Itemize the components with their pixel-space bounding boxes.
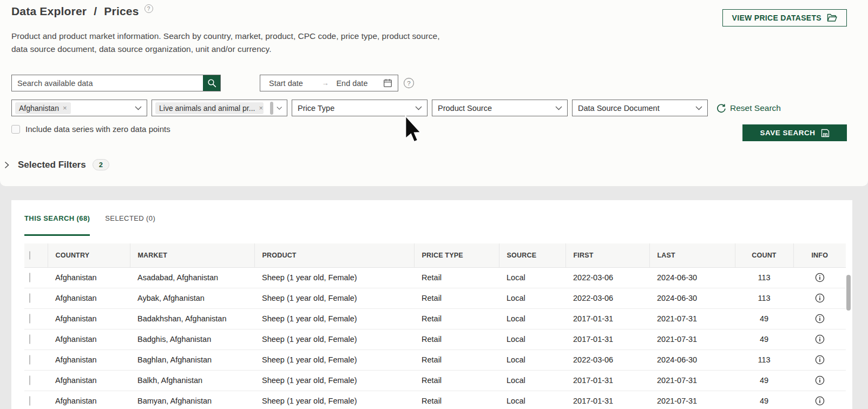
row-info-button[interactable] bbox=[815, 396, 825, 406]
chip-overflow-scrollbar[interactable] bbox=[270, 102, 273, 115]
info-icon bbox=[815, 334, 825, 344]
search-input[interactable] bbox=[12, 75, 203, 91]
reset-search-link[interactable]: Reset Search bbox=[716, 103, 781, 113]
column-header-source[interactable]: SOURCE bbox=[499, 243, 565, 267]
product-filter-select[interactable]: Live animals and animal pr... × bbox=[152, 100, 287, 116]
table-row[interactable]: Afghanistan Badakhshan, Afghanistan Shee… bbox=[24, 308, 846, 329]
info-icon bbox=[815, 375, 825, 385]
cell-market: Balkh, Afghanistan bbox=[130, 370, 254, 391]
data-source-document-select[interactable]: Data Source Document bbox=[572, 100, 708, 116]
title-help-icon[interactable]: ? bbox=[144, 4, 153, 13]
results-tabbar: THIS SEARCH (68) SELECTED (0) bbox=[24, 214, 155, 236]
reset-search-label: Reset Search bbox=[730, 103, 781, 113]
cell-country: Afghanistan bbox=[48, 391, 130, 409]
row-info-button[interactable] bbox=[815, 375, 825, 385]
info-icon bbox=[815, 293, 825, 303]
column-header-price-type[interactable]: PRICE TYPE bbox=[414, 243, 499, 267]
cell-market: Aybak, Afghanistan bbox=[130, 288, 254, 308]
date-range-picker[interactable]: Start date → End date bbox=[260, 75, 398, 91]
country-filter-select[interactable]: Afghanistan × bbox=[11, 100, 147, 116]
row-info-button[interactable] bbox=[815, 314, 825, 324]
cell-product: Sheep (1 year old, Female) bbox=[254, 329, 414, 349]
cell-market: Badakhshan, Afghanistan bbox=[130, 308, 254, 329]
cell-first-date: 2022-03-06 bbox=[565, 349, 649, 370]
column-header-first[interactable]: FIRST bbox=[565, 243, 649, 267]
cell-last-date: 2021-07-31 bbox=[649, 370, 735, 391]
search-icon bbox=[207, 78, 216, 88]
cell-product: Sheep (1 year old, Female) bbox=[254, 267, 414, 288]
selected-filters-row[interactable]: Selected Filters 2 bbox=[4, 159, 109, 170]
view-price-datasets-button[interactable]: VIEW PRICE DATASETS bbox=[722, 9, 847, 27]
chevron-down-icon bbox=[695, 106, 702, 110]
include-zero-checkbox[interactable] bbox=[11, 125, 20, 134]
cell-count: 113 bbox=[735, 288, 793, 308]
column-header-count[interactable]: COUNT bbox=[735, 243, 793, 267]
description-line-2: data source document, data source organi… bbox=[11, 44, 272, 54]
start-date-field[interactable]: Start date bbox=[269, 79, 303, 88]
product-filter-chip: Live animals and animal pr... × bbox=[155, 102, 264, 114]
save-search-button[interactable]: SAVE SEARCH bbox=[742, 124, 847, 141]
cell-count: 49 bbox=[735, 391, 793, 409]
cell-last-date: 2024-06-30 bbox=[649, 267, 735, 288]
table-vertical-scrollbar[interactable] bbox=[846, 275, 851, 311]
product-source-select[interactable]: Product Source bbox=[432, 100, 568, 116]
row-checkbox[interactable] bbox=[29, 273, 30, 282]
cell-product: Sheep (1 year old, Female) bbox=[254, 288, 414, 308]
price-type-select[interactable]: Price Type bbox=[292, 100, 428, 116]
product-chip-remove-icon[interactable]: × bbox=[259, 104, 263, 112]
table-row[interactable]: Afghanistan Balkh, Afghanistan Sheep (1 … bbox=[24, 370, 846, 391]
cell-country: Afghanistan bbox=[48, 349, 130, 370]
table-row[interactable]: Afghanistan Bamyan, Afghanistan Sheep (1… bbox=[24, 391, 846, 409]
chevron-right-icon bbox=[4, 161, 9, 169]
cell-source: Local bbox=[499, 267, 565, 288]
row-checkbox[interactable] bbox=[29, 396, 30, 406]
search-button[interactable] bbox=[203, 75, 220, 91]
price-table: COUNTRY MARKET PRODUCT PRICE TYPE SOURCE… bbox=[24, 243, 846, 409]
description-line-1: Product and product market information. … bbox=[11, 31, 439, 41]
cell-country: Afghanistan bbox=[48, 329, 130, 349]
results-card: THIS SEARCH (68) SELECTED (0) COUNTRY MA… bbox=[11, 200, 852, 409]
country-chip-remove-icon[interactable]: × bbox=[63, 104, 67, 112]
row-info-button[interactable] bbox=[815, 355, 825, 365]
cell-first-date: 2017-01-31 bbox=[565, 329, 649, 349]
row-checkbox[interactable] bbox=[29, 375, 30, 385]
end-date-field[interactable]: End date bbox=[336, 79, 367, 88]
date-help-icon[interactable]: ? bbox=[403, 77, 415, 89]
chevron-down-icon bbox=[135, 106, 142, 110]
row-info-button[interactable] bbox=[815, 334, 825, 344]
column-header-info[interactable]: INFO bbox=[793, 243, 846, 267]
column-header-country[interactable]: COUNTRY bbox=[48, 243, 130, 267]
cell-first-date: 2017-01-31 bbox=[565, 308, 649, 329]
cell-first-date: 2022-03-06 bbox=[565, 288, 649, 308]
price-table-wrap: COUNTRY MARKET PRODUCT PRICE TYPE SOURCE… bbox=[24, 243, 846, 409]
table-row[interactable]: Afghanistan Badghis, Afghanistan Sheep (… bbox=[24, 329, 846, 349]
cell-first-date: 2017-01-31 bbox=[565, 370, 649, 391]
table-row[interactable]: Afghanistan Baghlan, Afghanistan Sheep (… bbox=[24, 349, 846, 370]
page-description: Product and product market information. … bbox=[11, 30, 488, 56]
row-info-button[interactable] bbox=[815, 273, 825, 282]
row-checkbox[interactable] bbox=[29, 334, 30, 344]
column-header-market[interactable]: MARKET bbox=[130, 243, 254, 267]
info-icon bbox=[815, 273, 825, 282]
row-checkbox[interactable] bbox=[29, 355, 30, 365]
cell-last-date: 2024-06-30 bbox=[649, 349, 735, 370]
table-row[interactable]: Afghanistan Asadabad, Afghanistan Sheep … bbox=[24, 267, 846, 288]
search-box bbox=[11, 75, 221, 91]
tab-this-search[interactable]: THIS SEARCH (68) bbox=[24, 214, 90, 236]
row-checkbox[interactable] bbox=[29, 293, 30, 303]
cell-last-date: 2024-06-30 bbox=[649, 288, 735, 308]
calendar-icon bbox=[383, 78, 392, 88]
column-header-last[interactable]: LAST bbox=[649, 243, 735, 267]
cell-price-type: Retail bbox=[414, 308, 499, 329]
data-source-document-placeholder: Data Source Document bbox=[576, 104, 660, 113]
tab-selected[interactable]: SELECTED (0) bbox=[105, 214, 155, 236]
cell-country: Afghanistan bbox=[48, 370, 130, 391]
table-row[interactable]: Afghanistan Aybak, Afghanistan Sheep (1 … bbox=[24, 288, 846, 308]
row-info-button[interactable] bbox=[815, 293, 825, 303]
cell-source: Local bbox=[499, 308, 565, 329]
column-header-product[interactable]: PRODUCT bbox=[254, 243, 414, 267]
include-zero-row: Include data series with zero data point… bbox=[11, 124, 170, 134]
svg-text:?: ? bbox=[407, 80, 410, 87]
row-checkbox[interactable] bbox=[29, 314, 30, 324]
select-all-checkbox[interactable] bbox=[29, 251, 30, 260]
